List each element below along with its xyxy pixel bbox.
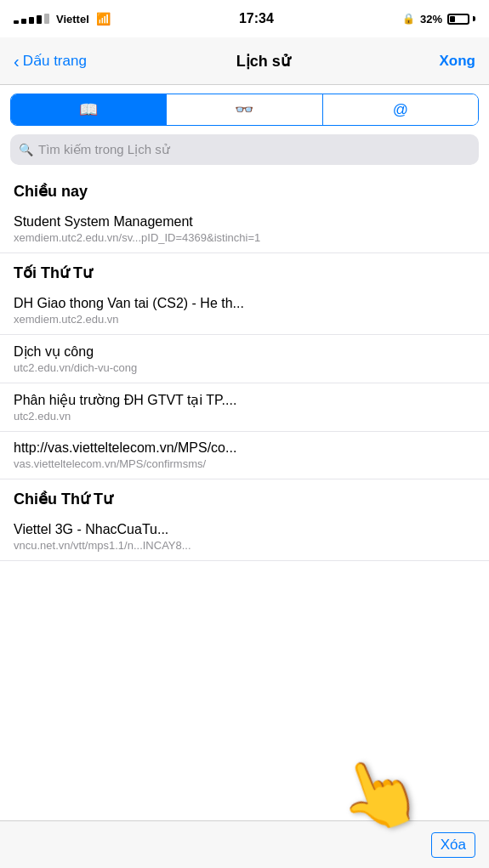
segment-tab-reading[interactable]: 👓 bbox=[167, 94, 322, 125]
item-url: utc2.edu.vn bbox=[14, 410, 475, 423]
book-icon: 📖 bbox=[79, 100, 98, 119]
battery-percent: 32% bbox=[420, 13, 442, 26]
item-url: vncu.net.vn/vtt/mps1.1/n...INCAY8... bbox=[14, 539, 475, 552]
segment-tab-at[interactable]: @ bbox=[323, 94, 478, 125]
nav-bar: ‹ Dấu trang Lịch sử Xong bbox=[0, 37, 489, 85]
section-header-chieu-thu-tu: Chiều Thứ Tư bbox=[0, 479, 489, 513]
item-title: DH Giao thong Van tai (CS2) - He th... bbox=[14, 296, 475, 311]
battery-icon bbox=[447, 14, 475, 25]
list-item[interactable]: http://vas.vietteltelecom.vn/MPS/co... v… bbox=[0, 432, 489, 479]
status-right: 🔒 32% bbox=[402, 13, 475, 26]
wifi-icon: 📶 bbox=[96, 12, 111, 26]
back-label: Dấu trang bbox=[23, 52, 87, 70]
status-left: Viettel 📶 bbox=[14, 12, 111, 26]
status-bar: Viettel 📶 17:34 🔒 32% bbox=[0, 0, 489, 37]
glasses-icon: 👓 bbox=[235, 100, 253, 119]
list-item[interactable]: Dịch vụ công utc2.edu.vn/dich-vu-cong bbox=[0, 335, 489, 383]
done-button[interactable]: Xong bbox=[439, 53, 475, 70]
list-item[interactable]: Student System Management xemdiem.utc2.e… bbox=[0, 206, 489, 253]
at-icon: @ bbox=[393, 101, 408, 119]
page-title: Lịch sử bbox=[236, 52, 290, 71]
segment-tab-book[interactable]: 📖 bbox=[11, 94, 167, 125]
bottom-bar: Xóa bbox=[0, 820, 489, 868]
item-url: xemdiem.utc2.edu.vn bbox=[14, 313, 475, 326]
carrier-label: Viettel bbox=[56, 13, 89, 26]
item-title: Phân hiệu trường ĐH GTVT tại TP.... bbox=[14, 392, 475, 408]
status-time: 17:34 bbox=[239, 11, 274, 26]
history-list: Chiều nay Student System Management xemd… bbox=[0, 172, 489, 629]
section-header-chieu-nay: Chiều nay bbox=[0, 172, 489, 206]
list-item[interactable]: Viettel 3G - NhacCuaTu... vncu.net.vn/vt… bbox=[0, 513, 489, 561]
item-url: xemdiem.utc2.edu.vn/sv...pID_ID=4369&ist… bbox=[14, 231, 475, 244]
list-item[interactable]: Phân hiệu trường ĐH GTVT tại TP.... utc2… bbox=[0, 383, 489, 432]
item-title: Dịch vụ công bbox=[14, 343, 475, 360]
item-url: vas.vietteltelecom.vn/MPS/confirmsms/ bbox=[14, 457, 475, 470]
item-title: http://vas.vietteltelecom.vn/MPS/co... bbox=[14, 440, 475, 456]
chevron-left-icon: ‹ bbox=[14, 53, 20, 70]
item-title: Student System Management bbox=[14, 214, 475, 230]
segment-control: 📖 👓 @ bbox=[10, 94, 479, 126]
search-placeholder: Tìm kiếm trong Lịch sử bbox=[38, 142, 170, 157]
list-item[interactable]: DH Giao thong Van tai (CS2) - He th... x… bbox=[0, 287, 489, 335]
item-title: Viettel 3G - NhacCuaTu... bbox=[14, 522, 475, 537]
lock-icon: 🔒 bbox=[402, 13, 415, 25]
signal-icon bbox=[14, 14, 49, 24]
item-url: utc2.edu.vn/dich-vu-cong bbox=[14, 361, 475, 374]
search-icon: 🔍 bbox=[19, 143, 33, 156]
section-header-toi-thu-tu: Tối Thứ Tư bbox=[0, 253, 489, 287]
search-bar[interactable]: 🔍 Tìm kiếm trong Lịch sử bbox=[10, 134, 479, 165]
back-button[interactable]: ‹ Dấu trang bbox=[14, 52, 87, 70]
xoa-button[interactable]: Xóa bbox=[431, 832, 475, 858]
